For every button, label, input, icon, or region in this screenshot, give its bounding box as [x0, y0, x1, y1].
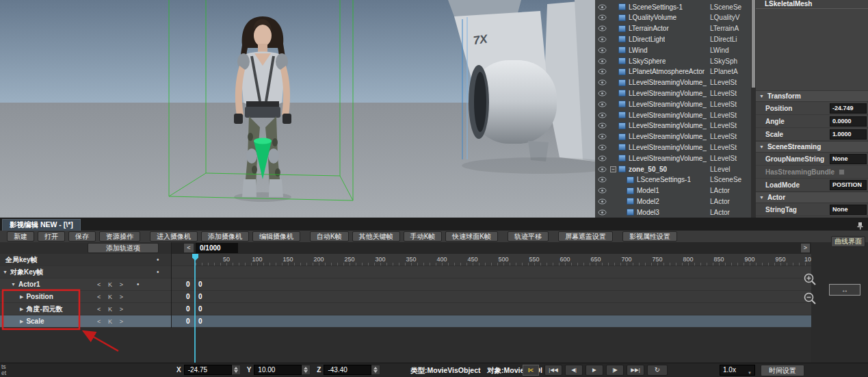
hierarchy-row[interactable]: LSceneSettings-1LSceneSe — [595, 174, 751, 185]
hierarchy-row[interactable]: LDirectLightLDirectLi — [595, 34, 751, 44]
visibility-eye-icon[interactable] — [598, 112, 608, 118]
timeline-row[interactable]: 00 — [172, 278, 811, 291]
track-expander-icon[interactable]: ▶ — [20, 307, 23, 312]
prev-keyframe-button[interactable]: < — [97, 306, 101, 313]
hierarchy-row[interactable]: LLevelStreamingVolume_LLevelSt — [595, 131, 751, 142]
playback-speed-select[interactable]: 1.0x▼ — [720, 365, 755, 376]
track-row[interactable]: 全局key帧• — [0, 254, 171, 266]
timeline-row[interactable] — [172, 266, 811, 278]
hierarchy-row[interactable]: LSkySphereLSkySph — [595, 55, 751, 66]
coord-stepper[interactable] — [232, 365, 241, 375]
section-collapse-icon[interactable]: ▼ — [759, 144, 764, 149]
track-expander-icon[interactable]: ▶ — [20, 319, 23, 324]
hierarchy-row[interactable]: −zone_50_50LLevel — [595, 164, 751, 174]
next-keyframe-button[interactable]: > — [120, 318, 123, 325]
hierarchy-row[interactable]: LLevelStreamingVolume_LLevelSt — [595, 109, 751, 120]
next-keyframe-button[interactable]: > — [120, 294, 123, 300]
hierarchy-row[interactable]: LLevelStreamingVolume_LLevelSt — [595, 153, 751, 164]
track-row[interactable]: ▼对象Key帧• — [0, 266, 171, 278]
sequencer-tab[interactable]: 影视编辑 NEW - [\*] — [2, 219, 81, 231]
visibility-eye-icon[interactable] — [598, 187, 608, 194]
toolbar-button-0-3[interactable]: 资源操作 — [99, 231, 140, 242]
coord-input[interactable]: -43.40 — [324, 365, 371, 375]
add-keyframe-button[interactable]: K — [108, 318, 112, 325]
keyframe-mode-button[interactable]: I< — [523, 365, 539, 376]
hierarchy-row[interactable]: LSceneSettings-1LSceneSe — [595, 1, 751, 12]
property-value-field[interactable]: 0.0000 — [830, 116, 867, 127]
curve-view-button[interactable]: 曲线界面 — [831, 236, 865, 247]
visibility-eye-icon[interactable] — [598, 155, 608, 161]
hierarchy-row[interactable]: Model3LActor — [595, 207, 751, 218]
stepper-down-icon[interactable] — [234, 370, 238, 373]
scrollbar-thumb[interactable] — [752, 0, 755, 88]
loop-button[interactable]: ↻ — [647, 365, 668, 376]
toolbar-button-5-0[interactable]: 影视属性设置 — [622, 231, 677, 242]
toolbar-button-2-3[interactable]: 快速球面K帧 — [445, 231, 498, 242]
hierarchy-row[interactable]: LPlanetAtmosphereActorLPlanetA — [595, 66, 751, 77]
3d-viewport[interactable]: 7X — [0, 0, 595, 218]
visibility-eye-icon[interactable] — [598, 166, 608, 172]
zoom-in-icon[interactable] — [803, 272, 817, 286]
visibility-eye-icon[interactable] — [598, 14, 608, 21]
track-row[interactable]: ▶角度-四元数<K> — [0, 303, 171, 315]
track-expander-icon[interactable]: ▼ — [3, 270, 8, 274]
visibility-eye-icon[interactable] — [598, 209, 608, 216]
visibility-eye-icon[interactable] — [598, 133, 608, 140]
visibility-eye-icon[interactable] — [598, 90, 608, 96]
section-header[interactable]: ▼Actor — [756, 192, 868, 203]
step-forward-button[interactable]: |▶ — [606, 365, 624, 376]
section-collapse-icon[interactable]: ▼ — [759, 195, 764, 200]
stepper-up-icon[interactable] — [234, 367, 238, 369]
hierarchy-row[interactable]: LLevelStreamingVolume_LLevelSt — [595, 99, 751, 109]
range-next-button[interactable]: > — [800, 243, 811, 253]
property-value-field[interactable]: None — [830, 154, 867, 164]
go-to-end-button[interactable]: ▶▶| — [627, 365, 644, 376]
coord-stepper[interactable] — [371, 365, 380, 375]
visibility-eye-icon[interactable] — [598, 36, 608, 42]
stepper-up-icon[interactable] — [373, 367, 378, 369]
visibility-eye-icon[interactable] — [598, 58, 608, 64]
toolbar-button-0-2[interactable]: 保存 — [68, 231, 96, 242]
next-keyframe-button[interactable]: > — [120, 281, 123, 288]
hierarchy-row[interactable]: LLevelStreamingVolume_LLevelSt — [595, 142, 751, 153]
coord-input[interactable]: -24.75 — [184, 365, 232, 375]
coord-stepper[interactable] — [302, 365, 311, 375]
timeline-tracks[interactable]: 5010015020025030035040045050055060065070… — [171, 254, 811, 328]
coord-input[interactable]: 10.00 — [254, 365, 302, 375]
track-row[interactable]: ▶Scale<K> — [0, 315, 171, 328]
property-value-field[interactable]: -24.749 — [830, 103, 867, 114]
toolbar-button-0-0[interactable]: 新建 — [7, 231, 34, 242]
hierarchy-row[interactable]: LTerrainActorLTerrainA — [595, 23, 751, 34]
hierarchy-row[interactable]: LLevelStreamingVolume_LLevelSt — [595, 77, 751, 88]
section-header[interactable]: ▼Transform — [756, 90, 868, 102]
toolbar-button-1-1[interactable]: 添加摄像机 — [201, 231, 249, 242]
visibility-eye-icon[interactable] — [598, 25, 608, 31]
prev-keyframe-button[interactable]: < — [97, 318, 101, 325]
visibility-eye-icon[interactable] — [598, 122, 608, 129]
play-button[interactable]: ▶ — [586, 365, 603, 376]
track-expander-icon[interactable]: ▶ — [20, 294, 23, 300]
visibility-eye-icon[interactable] — [598, 68, 608, 75]
track-row[interactable]: ▶Position<K> — [0, 291, 171, 303]
visibility-eye-icon[interactable] — [598, 144, 608, 151]
timeline-row[interactable]: 00 — [172, 303, 811, 315]
add-keyframe-button[interactable]: K — [108, 306, 112, 313]
property-value-field[interactable]: None — [830, 205, 867, 215]
hierarchy-row[interactable]: LLevelStreamingVolume_LLevelSt — [595, 88, 751, 99]
range-prev-button[interactable]: < — [183, 243, 194, 253]
hierarchy-row[interactable]: LLevelStreamingVolume_LLevelSt — [595, 120, 751, 131]
timeline-row[interactable]: 00 — [172, 291, 811, 303]
toolbar-button-2-2[interactable]: 手动K帧 — [404, 231, 443, 242]
prev-keyframe-button[interactable]: < — [97, 294, 101, 300]
timeline-row[interactable]: 00 — [172, 315, 811, 328]
toolbar-button-1-0[interactable]: 进入摄像机 — [150, 231, 198, 242]
visibility-eye-icon[interactable] — [598, 4, 608, 10]
toolbar-button-2-1[interactable]: 其他关键帧 — [352, 231, 400, 242]
checkbox[interactable] — [839, 169, 845, 175]
hierarchy-row[interactable]: LWindLWind — [595, 44, 751, 55]
visibility-eye-icon[interactable] — [598, 177, 608, 183]
property-value-field[interactable]: 1.0000 — [830, 129, 867, 140]
time-settings-button[interactable]: 时间设置 — [761, 365, 804, 376]
playhead-line[interactable] — [194, 254, 196, 363]
add-keyframe-button[interactable]: K — [108, 281, 112, 288]
